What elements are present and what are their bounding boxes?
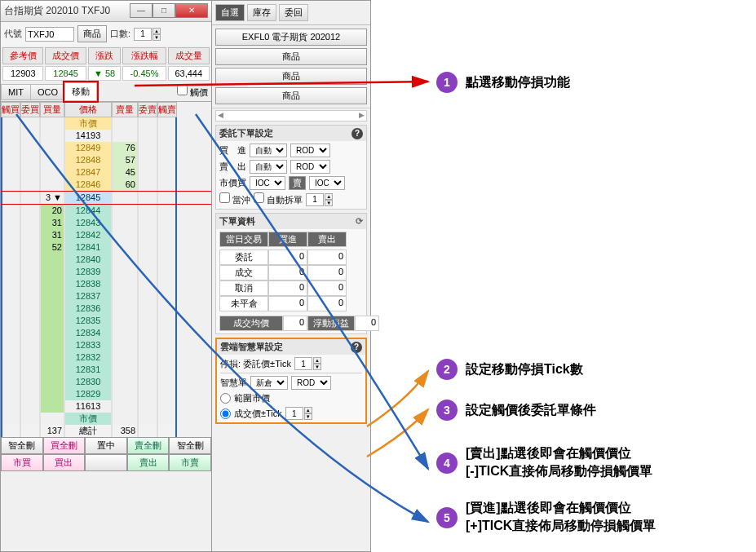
dom-row[interactable]: 12837 — [1, 290, 211, 302]
dom-row[interactable]: 12835 — [1, 315, 211, 327]
step-badge-1: 1 — [436, 72, 458, 93]
dom-row[interactable]: 1284660 — [1, 179, 211, 191]
market-buy-button[interactable]: 市買 — [1, 454, 43, 471]
dom-row[interactable]: 1284745 — [1, 166, 211, 179]
buy-tif-select[interactable]: ROD — [290, 144, 330, 157]
quote-header: 參考價 成交價 漲跌 漲跌幅 成交量 12903 12845 ▼ 58 -0.4… — [1, 46, 211, 82]
sell-tif-select[interactable]: ROD — [290, 160, 330, 174]
dom-row[interactable]: 12836 — [1, 302, 211, 315]
table-row: 委託00 — [219, 250, 363, 265]
dom-row[interactable]: 市價 — [1, 117, 211, 130]
symbol-row: 代號 商品 口數: ▲▼ — [1, 22, 211, 46]
watchlist-item[interactable]: 商品 — [215, 48, 367, 65]
order-type-tabs: MIT OCO 移動 觸價 — [1, 82, 211, 102]
radio-range-market[interactable]: 範圍市價 — [220, 392, 362, 404]
tab-positions[interactable]: 庫存 — [247, 4, 276, 21]
autosplit-stepper[interactable]: ▲▼ — [306, 193, 333, 206]
order-data-section: 下單資料 ⟳ 當日交易 買進 賣出 委託00成交00取消00未平倉00 成交均價… — [215, 213, 367, 334]
dom-row[interactable]: 1284976 — [1, 142, 211, 154]
refresh-icon[interactable]: ⟳ — [356, 216, 363, 227]
smart-del-all-left[interactable]: 智全刪 — [1, 437, 43, 454]
mkt-buy-label: 市價買 — [219, 177, 246, 189]
dom-row[interactable]: 2012844 — [1, 205, 211, 217]
autosplit-checkbox[interactable]: 自動拆單 — [254, 192, 303, 206]
help-icon[interactable]: ? — [351, 128, 363, 139]
maximize-button[interactable]: □ — [153, 3, 175, 18]
buy-cond-select[interactable]: 自動 — [250, 144, 287, 157]
dom-header: 觸買 委買 買量 價格 賣量 委賣 觸賣 — [1, 102, 211, 117]
dom-row[interactable]: 12838 — [1, 278, 211, 290]
tab-orders[interactable]: 委回 — [279, 4, 308, 21]
window-title: 台指期貨 202010 TXFJ0 — [4, 4, 130, 18]
position-select[interactable]: 新倉 — [250, 376, 288, 390]
watchlist-item[interactable]: 商品 — [215, 68, 367, 85]
order-settings-section: 委託下單設定 ? 買 進 自動 ROD 賣 出 自動 ROD 市價買 IOC 賣 — [215, 125, 367, 210]
close-button[interactable]: ✕ — [175, 3, 208, 18]
trading-app-window: 台指期貨 202010 TXFJ0 — □ ✕ 代號 商品 口數: ▲▼ 參考價… — [0, 0, 212, 552]
buy-label: 買 進 — [219, 144, 246, 157]
sell-cond-select[interactable]: 自動 — [250, 160, 287, 174]
dom-row[interactable]: 5212841 — [1, 241, 211, 254]
spacer — [85, 454, 127, 471]
market-sell-button[interactable]: 市賣 — [169, 454, 211, 471]
tab-trailing-stop[interactable]: 移動 — [64, 82, 97, 101]
dom-row[interactable]: 14193 — [1, 130, 211, 142]
step-text-1: 點選移動停損功能 — [466, 73, 570, 91]
annotations: 1 點選移動停損功能 2 設定移動停損Tick數 3 設定觸價後委託單條件 4 … — [371, 0, 756, 552]
table-row: 取消00 — [219, 280, 363, 296]
center-button[interactable]: 置中 — [85, 437, 127, 454]
dom-row[interactable]: 1284857 — [1, 154, 211, 166]
dom-row[interactable]: 12840 — [1, 254, 211, 266]
watchlist-item[interactable]: 商品 — [215, 87, 367, 104]
watchlist: EXFL0 電子期貨 202012 商品 商品 商品 — [212, 25, 370, 108]
mkt-sell-button[interactable]: 賣 — [289, 176, 306, 190]
radio-deal-tick[interactable]: 成交價±Tick ▲▼ — [220, 407, 362, 420]
tab-oco[interactable]: OCO — [30, 84, 65, 100]
trigger-checkbox[interactable] — [177, 85, 188, 95]
smartorder-label: 智慧單 — [220, 377, 247, 389]
titlebar: 台指期貨 202010 TXFJ0 — □ ✕ — [1, 1, 211, 22]
tif-select[interactable]: ROD — [291, 376, 331, 390]
h-scrollbar[interactable] — [215, 110, 367, 121]
lots-label: 口數: — [110, 28, 130, 40]
sell-del-all[interactable]: 賣全刪 — [127, 437, 170, 454]
dom-row[interactable]: 12831 — [1, 364, 211, 376]
dom-row[interactable]: 市價 — [1, 413, 211, 425]
daytrade-checkbox[interactable]: 當沖 — [219, 192, 250, 206]
tab-watchlist[interactable]: 自選 — [215, 4, 245, 21]
dom-row[interactable]: 3112843 — [1, 217, 211, 229]
dom-row[interactable]: 12829 — [1, 388, 211, 400]
mkt-sell-tif[interactable]: IOC — [309, 176, 345, 190]
dom-row[interactable]: 12834 — [1, 327, 211, 339]
dom-row[interactable]: 3112842 — [1, 229, 211, 241]
dom-row[interactable]: 12832 — [1, 351, 211, 364]
dom-row[interactable]: 12833 — [1, 339, 211, 351]
dom-row[interactable]: 11613 — [1, 400, 211, 413]
minimize-button[interactable]: — — [130, 3, 153, 18]
mkt-buy-tif[interactable]: IOC — [250, 176, 285, 190]
bottom-buttons-row1: 智全刪 買全刪 置中 賣全刪 智全刪 — [1, 437, 211, 454]
product-button[interactable]: 商品 — [77, 25, 107, 42]
watchlist-item[interactable]: EXFL0 電子期貨 202012 — [215, 29, 367, 46]
step-text-5: [買進]點選後即會在觸價價位 [+]TICK直接佈局移動停損觸價單 — [466, 499, 656, 534]
dom-row[interactable]: 3 ▼12845 — [1, 191, 211, 205]
dom-ladder[interactable]: 市價1419312849761284857128474512846603 ▼12… — [1, 117, 211, 437]
deal-tick-stepper[interactable]: ▲▼ — [285, 407, 312, 420]
smart-order-section: 雲端智慧單設定 ? 停損: 委託價±Tick ▲▼ 智慧單 新倉 ROD 範圍市… — [215, 338, 367, 424]
sell-out-button[interactable]: 賣出 — [127, 454, 170, 471]
down-arrow-icon: ▼ — [94, 68, 103, 78]
tab-mit[interactable]: MIT — [1, 84, 31, 100]
code-label: 代號 — [4, 28, 22, 40]
stop-tick-stepper[interactable]: ▲▼ — [294, 357, 321, 370]
smart-del-all-right[interactable]: 智全刪 — [169, 437, 211, 454]
buy-del-all[interactable]: 買全刪 — [43, 437, 86, 454]
help-icon[interactable]: ? — [351, 342, 362, 353]
section-title-label: 雲端智慧單設定 — [220, 341, 283, 353]
buy-out-button[interactable]: 買出 — [43, 454, 86, 471]
lots-stepper[interactable]: ▲▼ — [134, 28, 161, 41]
order-data-table: 當日交易 買進 賣出 — [219, 232, 363, 247]
dom-row[interactable]: 12839 — [1, 266, 211, 278]
code-input[interactable] — [25, 27, 74, 42]
dom-row[interactable]: 12830 — [1, 376, 211, 388]
dom-row[interactable]: 137總計358 — [1, 425, 211, 437]
